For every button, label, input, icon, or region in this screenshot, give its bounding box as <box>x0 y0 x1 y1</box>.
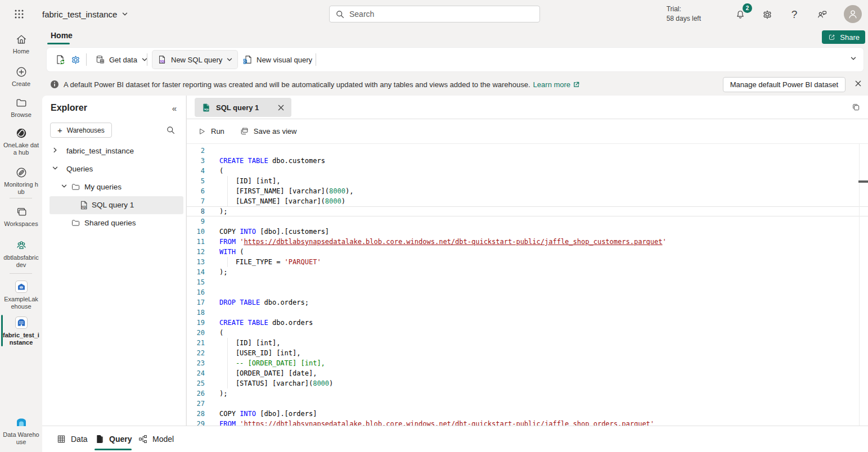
search-box[interactable] <box>329 6 540 22</box>
code-token: 8000 <box>329 187 345 195</box>
code-line-29[interactable]: 29FROM 'https://dbtlabsynapsedatalake.bl… <box>187 419 868 426</box>
banner-close-icon[interactable] <box>854 80 862 87</box>
view-tab-label: Model <box>152 435 174 444</box>
tree-item-sql-query-1[interactable]: SQLSQL query 1 <box>42 196 186 214</box>
learn-more-link[interactable]: Learn more <box>533 80 580 89</box>
run-button[interactable]: Run <box>197 127 224 136</box>
tab-home[interactable]: Home <box>46 30 77 41</box>
code-line-14[interactable]: 14); <box>187 267 868 277</box>
tree-item-fabric-test-instance[interactable]: fabric_test_instance <box>42 142 186 160</box>
tree-item-label: SQL query 1 <box>92 201 134 209</box>
save-as-view-button[interactable]: Save as view <box>240 126 297 136</box>
collapse-panel-icon[interactable]: « <box>172 103 177 113</box>
code-line-21[interactable]: 21 [ID] [int], <box>187 338 868 348</box>
chevron-down-icon[interactable] <box>52 165 59 171</box>
code-line-22[interactable]: 22 [USER_ID] [int], <box>187 348 868 358</box>
settings-button[interactable] <box>761 8 774 21</box>
code-line-10[interactable]: 10COPY INTO [dbo].[customers] <box>187 227 868 237</box>
share-button[interactable]: Share <box>822 30 865 44</box>
new-visual-query-button[interactable]: New visual query <box>238 51 317 69</box>
code-token: 8000 <box>313 379 329 387</box>
share-icon <box>827 33 836 42</box>
code-line-15[interactable]: 15 <box>187 277 868 287</box>
line-number: 4 <box>187 166 205 176</box>
code-line-23[interactable]: 23 -- [ORDER_DATE] [int], <box>187 358 868 368</box>
query-tab-label: SQL query 1 <box>216 103 272 112</box>
gear-blue-icon <box>70 55 81 65</box>
code-line-17[interactable]: 17DROP TABLE dbo.orders; <box>187 297 868 308</box>
code-line-16[interactable]: 16 <box>187 287 868 297</box>
settings-gear-button[interactable] <box>66 51 86 69</box>
nav-item-onelake-data-hub[interactable]: OneLake data hub <box>0 126 42 156</box>
new-sql-query-button[interactable]: SQL New SQL query <box>152 51 237 69</box>
tree-item-shared-queries[interactable]: Shared queries <box>42 214 186 232</box>
editor-scroll-marker[interactable] <box>858 180 868 183</box>
editor-overview-ruler <box>859 144 860 426</box>
code-link[interactable]: https://dbtlabsynapsedatalake.blob.core.… <box>244 238 662 246</box>
code-line-27[interactable]: 27 <box>187 399 868 409</box>
code-line-2[interactable]: 2 <box>187 146 868 156</box>
visual-query-icon <box>242 55 253 65</box>
manage-dataset-button[interactable]: Manage default Power BI dataset <box>723 77 845 92</box>
tab-sql-query-1[interactable]: SQL SQL query 1 <box>195 98 291 117</box>
code-line-4[interactable]: 4( <box>187 166 868 176</box>
chevron-right-icon[interactable] <box>52 147 59 153</box>
nav-item-label: OneLake data hub <box>3 142 40 156</box>
line-number: 13 <box>187 257 205 267</box>
code-line-19[interactable]: 19CREATE TABLE dbo.orders <box>187 318 868 328</box>
search-input[interactable] <box>349 10 534 19</box>
avatar[interactable] <box>844 5 862 23</box>
feedback-button[interactable] <box>815 8 829 21</box>
nav-item-fabric-test-instance[interactable]: fabric_test_instance <box>0 315 42 346</box>
tree-item-my-queries[interactable]: My queries <box>42 178 186 196</box>
nav-item-data-warehouse[interactable]: Data Warehouse <box>0 414 42 446</box>
code-link[interactable]: https://dbtlabsynapsedatalake.blob.core.… <box>244 420 650 426</box>
nav-item-browse[interactable]: Browse <box>0 96 42 119</box>
explorer-search-icon[interactable] <box>166 125 176 135</box>
code-line-18[interactable]: 18 <box>187 308 868 318</box>
nav-item-examplelakehouse[interactable]: ExampleLakehouse <box>0 279 42 310</box>
code-line-9[interactable]: 9 <box>187 216 868 227</box>
active-tab-underline <box>47 43 70 44</box>
nav-item-create[interactable]: Create <box>0 65 42 88</box>
help-button[interactable]: ? <box>788 8 801 21</box>
code-line-20[interactable]: 20( <box>187 328 868 338</box>
code-line-26[interactable]: 26); <box>187 388 868 399</box>
line-number: 7 <box>187 196 205 206</box>
code-token: dbo.customers <box>268 157 325 165</box>
view-tab-model[interactable]: Model <box>138 426 174 452</box>
nav-item-monitoring-hub[interactable]: Monitoring hub <box>0 165 42 196</box>
workspace-title-dropdown[interactable]: fabric_test_instance <box>42 10 128 19</box>
app-launcher-icon[interactable] <box>10 4 29 24</box>
get-data-button[interactable]: Get data <box>91 51 152 69</box>
code-token: ), <box>345 187 353 195</box>
tab-close-icon[interactable] <box>277 104 285 111</box>
code-token: COPY <box>219 410 240 418</box>
code-token: COPY <box>219 228 240 236</box>
code-line-25[interactable]: 25 [STATUS] [varchar](8000) <box>187 378 868 388</box>
line-number: 29 <box>187 419 205 426</box>
code-line-7[interactable]: 7 [LAST_NAME] [varchar](8000) <box>187 196 868 206</box>
code-line-28[interactable]: 28COPY INTO [dbo].[orders] <box>187 409 868 419</box>
view-tab-data[interactable]: Data <box>56 426 88 452</box>
code-line-13[interactable]: 13 FILE_TYPE = 'PARQUET' <box>187 257 868 267</box>
code-line-8[interactable]: 8); <box>187 206 868 216</box>
code-line-11[interactable]: 11FROM 'https://dbtlabsynapsedatalake.bl… <box>187 237 868 247</box>
sql-file-icon: SQL <box>201 103 211 112</box>
nav-item-home[interactable]: Home <box>0 32 42 55</box>
tree-item-queries[interactable]: Queries <box>42 160 186 178</box>
code-line-3[interactable]: 3CREATE TABLE dbo.customers <box>187 156 868 166</box>
info-banner: A default Power BI dataset for faster re… <box>42 73 868 96</box>
view-tab-query[interactable]: Query <box>95 426 132 452</box>
copy-icon[interactable] <box>852 103 861 112</box>
nav-item-workspaces[interactable]: Workspaces <box>0 205 42 228</box>
new-warehouse-button[interactable]: + Warehouses <box>50 123 112 138</box>
chevron-down-icon[interactable] <box>61 183 68 189</box>
code-line-6[interactable]: 6 [FIRST_NAME] [varchar](8000), <box>187 186 868 196</box>
code-line-24[interactable]: 24 [ORDER_DATE] [date], <box>187 368 868 378</box>
code-line-5[interactable]: 5 [ID] [int], <box>187 176 868 186</box>
nav-item-dbtlabsfabricdev[interactable]: dbtlabsfabricdev <box>0 238 42 269</box>
code-line-12[interactable]: 12WITH ( <box>187 247 868 257</box>
sql-code-editor[interactable]: 23CREATE TABLE dbo.customers4(5 [ID] [in… <box>187 144 868 426</box>
ribbon-collapse-chevron-icon[interactable] <box>850 55 857 62</box>
